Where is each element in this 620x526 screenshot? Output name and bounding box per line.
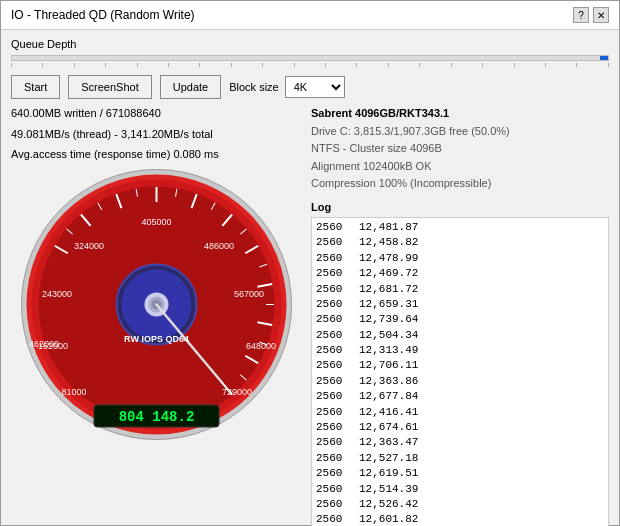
log-col-queue: 2560	[316, 389, 351, 404]
log-col-value: 12,363.47	[359, 435, 429, 450]
tick	[168, 63, 169, 67]
log-row: 256012,739.64	[316, 312, 604, 327]
device-fs: NTFS - Cluster size 4096B	[311, 140, 609, 158]
log-col-queue: 2560	[316, 466, 351, 481]
log-col-queue: 2560	[316, 482, 351, 497]
log-row: 256012,469.72	[316, 266, 604, 281]
stats-written: 640.00MB written / 671088640	[11, 105, 301, 122]
svg-text:243000: 243000	[41, 289, 71, 299]
log-row: 256012,659.31	[316, 297, 604, 312]
log-col-value: 12,659.31	[359, 297, 429, 312]
window-controls: ? ✕	[573, 7, 609, 23]
tick	[545, 63, 546, 67]
device-name: Sabrent 4096GB/RKT343.1	[311, 105, 609, 123]
title-bar: IO - Threaded QD (Random Write) ? ✕	[1, 1, 619, 30]
log-col-queue: 2560	[316, 358, 351, 373]
tick	[105, 63, 106, 67]
log-col-queue: 2560	[316, 282, 351, 297]
log-col-value: 12,514.39	[359, 482, 429, 497]
start-button[interactable]: Start	[11, 75, 60, 99]
device-drive: Drive C: 3,815.3/1,907.3GB free (50.0%)	[311, 123, 609, 141]
log-col-queue: 2560	[316, 297, 351, 312]
log-col-queue: 2560	[316, 512, 351, 526]
log-col-queue: 2560	[316, 235, 351, 250]
log-row: 256012,601.82	[316, 512, 604, 526]
svg-text:648000: 648000	[245, 341, 275, 351]
log-row: 256012,504.34	[316, 328, 604, 343]
svg-text:405000: 405000	[141, 217, 171, 227]
window-title: IO - Threaded QD (Random Write)	[11, 8, 195, 22]
log-col-value: 12,363.86	[359, 374, 429, 389]
queue-depth-slider[interactable]	[11, 53, 609, 69]
log-col-value: 12,469.72	[359, 266, 429, 281]
log-row: 256012,706.11	[316, 358, 604, 373]
log-col-value: 12,601.82	[359, 512, 429, 526]
log-container[interactable]: 256012,481.87256012,458.82256012,478.992…	[311, 217, 609, 526]
log-row: 256012,416.41	[316, 405, 604, 420]
close-button[interactable]: ✕	[593, 7, 609, 23]
log-col-value: 12,416.41	[359, 405, 429, 420]
device-alignment: Alignment 102400kB OK	[311, 158, 609, 176]
slider-track	[11, 55, 609, 61]
log-col-queue: 2560	[316, 312, 351, 327]
log-row: 256012,478.99	[316, 251, 604, 266]
log-col-value: 12,478.99	[359, 251, 429, 266]
log-col-queue: 2560	[316, 328, 351, 343]
log-col-queue: 2560	[316, 435, 351, 450]
log-col-value: 12,681.72	[359, 282, 429, 297]
svg-text:81000: 81000	[61, 387, 86, 397]
block-size-select[interactable]: 4K	[285, 76, 345, 98]
main-area: 640.00MB written / 671088640 49.081MB/s …	[11, 105, 609, 526]
gauge-container: 405000 324000 486000 243000 567000 46200…	[19, 167, 294, 442]
device-compression: Compression 100% (Incompressible)	[311, 175, 609, 193]
log-row: 256012,514.39	[316, 482, 604, 497]
left-panel: 640.00MB written / 671088640 49.081MB/s …	[11, 105, 301, 526]
log-col-value: 12,674.61	[359, 420, 429, 435]
tick	[482, 63, 483, 67]
svg-text:486000: 486000	[203, 241, 233, 251]
log-col-value: 12,481.87	[359, 220, 429, 235]
log-row: 256012,674.61	[316, 420, 604, 435]
log-col-value: 12,706.11	[359, 358, 429, 373]
svg-text:729000: 729000	[221, 387, 251, 397]
log-col-value: 12,527.18	[359, 451, 429, 466]
tick	[451, 63, 452, 67]
tick	[231, 63, 232, 67]
log-col-queue: 2560	[316, 420, 351, 435]
slider-fill	[600, 56, 608, 60]
log-col-value: 12,677.84	[359, 389, 429, 404]
content-area: Queue Depth	[1, 30, 619, 526]
log-row: 256012,681.72	[316, 282, 604, 297]
log-row: 256012,526.42	[316, 497, 604, 512]
update-button[interactable]: Update	[160, 75, 221, 99]
log-col-queue: 2560	[316, 343, 351, 358]
main-window: IO - Threaded QD (Random Write) ? ✕ Queu…	[0, 0, 620, 526]
log-label: Log	[311, 201, 609, 213]
tick	[356, 63, 357, 67]
gauge-svg: 405000 324000 486000 243000 567000 46200…	[19, 167, 294, 442]
log-col-queue: 2560	[316, 451, 351, 466]
log-col-value: 12,526.42	[359, 497, 429, 512]
log-col-queue: 2560	[316, 405, 351, 420]
tick	[262, 63, 263, 67]
log-row: 256012,677.84	[316, 389, 604, 404]
block-size-group: Block size 4K	[229, 76, 345, 98]
log-row: 256012,313.49	[316, 343, 604, 358]
log-col-queue: 2560	[316, 266, 351, 281]
log-col-value: 12,313.49	[359, 343, 429, 358]
tick	[325, 63, 326, 67]
tick	[137, 63, 138, 67]
tick	[11, 63, 12, 67]
tick	[608, 63, 609, 67]
tick	[388, 63, 389, 67]
slider-ticks	[11, 63, 609, 67]
log-col-queue: 2560	[316, 374, 351, 389]
screenshot-button[interactable]: ScreenShot	[68, 75, 151, 99]
log-row: 256012,363.47	[316, 435, 604, 450]
help-button[interactable]: ?	[573, 7, 589, 23]
log-col-value: 12,739.64	[359, 312, 429, 327]
stats-avg-access: Avg.access time (response time) 0.080 ms	[11, 146, 301, 163]
log-row: 256012,458.82	[316, 235, 604, 250]
svg-text:RW IOPS QD64: RW IOPS QD64	[124, 334, 189, 344]
svg-text:162000: 162000	[37, 341, 67, 351]
